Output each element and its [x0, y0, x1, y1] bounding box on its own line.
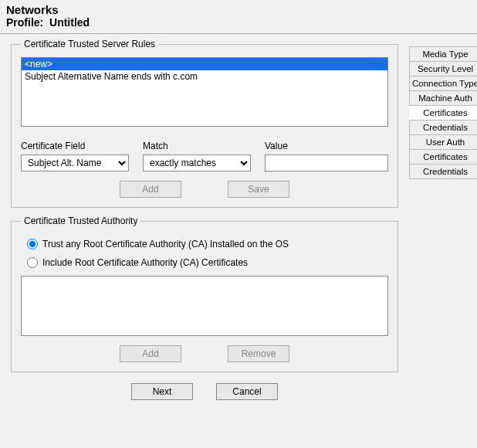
rules-legend: Certificate Trusted Server Rules [21, 39, 158, 49]
tab[interactable]: Certificates [409, 105, 477, 120]
profile-line: Profile: Untitled [6, 16, 471, 29]
rules-group: Certificate Trusted Server Rules <new>Su… [11, 39, 398, 208]
tab[interactable]: Certificates [409, 149, 477, 165]
profile-name: Untitled [49, 16, 90, 29]
tab[interactable]: Connection Type [409, 76, 477, 91]
tab[interactable]: Credentials [409, 164, 477, 179]
cert-field-label: Certificate Field [21, 141, 129, 151]
rules-add-button[interactable]: Add [120, 181, 181, 198]
radio-include[interactable] [27, 257, 38, 268]
header: Networks Profile: Untitled [0, 0, 477, 32]
value-input[interactable] [265, 154, 388, 171]
authority-group: Certificate Trusted Authority Trust any … [11, 216, 398, 372]
list-item[interactable]: <new> [22, 58, 387, 70]
cancel-button[interactable]: Cancel [216, 383, 278, 400]
rules-listbox[interactable]: <new>Subject Alternative Name ends with … [21, 57, 388, 127]
radio-trust-any[interactable] [27, 239, 38, 249]
authority-remove-button[interactable]: Remove [228, 345, 289, 362]
cert-field-select[interactable]: Subject Alt. Name [21, 154, 129, 171]
authority-add-button[interactable]: Add [120, 345, 181, 362]
list-item[interactable]: Subject Alternative Name ends with c.com [22, 70, 387, 83]
tab[interactable]: User Auth [409, 134, 477, 150]
radio-include-label[interactable]: Include Root Certificate Authority (CA) … [42, 257, 248, 268]
tab[interactable]: Credentials [409, 120, 477, 135]
next-button[interactable]: Next [131, 383, 193, 400]
side-tabs: Media TypeSecurity LevelConnection TypeM… [409, 39, 477, 178]
match-label: Match [143, 141, 251, 151]
match-select[interactable]: exactly matches [143, 154, 251, 171]
page-title: Networks [6, 3, 471, 16]
rules-save-button[interactable]: Save [228, 181, 289, 198]
profile-label: Profile: [6, 16, 43, 29]
authority-legend: Certificate Trusted Authority [21, 216, 140, 226]
tab[interactable]: Machine Auth [409, 90, 477, 106]
authority-listbox[interactable] [21, 276, 388, 336]
tab[interactable]: Media Type [409, 46, 477, 62]
tab[interactable]: Security Level [409, 61, 477, 76]
radio-trust-any-label[interactable]: Trust any Root Certificate Authority (CA… [42, 239, 289, 249]
value-label: Value [265, 141, 388, 151]
